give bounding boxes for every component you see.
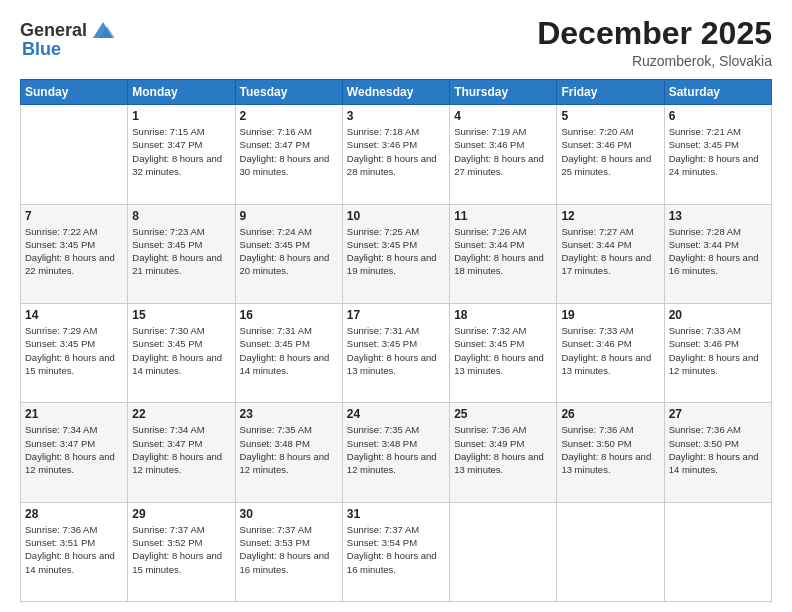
day-detail: Sunrise: 7:37 AM Sunset: 3:54 PM Dayligh… <box>347 523 445 576</box>
day-detail: Sunrise: 7:30 AM Sunset: 3:45 PM Dayligh… <box>132 324 230 377</box>
day-number: 21 <box>25 407 123 421</box>
day-number: 10 <box>347 209 445 223</box>
table-row <box>450 502 557 601</box>
table-row <box>21 105 128 204</box>
table-row <box>664 502 771 601</box>
table-row: 4Sunrise: 7:19 AM Sunset: 3:46 PM Daylig… <box>450 105 557 204</box>
table-row: 17Sunrise: 7:31 AM Sunset: 3:45 PM Dayli… <box>342 303 449 402</box>
day-number: 15 <box>132 308 230 322</box>
day-number: 22 <box>132 407 230 421</box>
day-detail: Sunrise: 7:35 AM Sunset: 3:48 PM Dayligh… <box>347 423 445 476</box>
calendar-week-4: 21Sunrise: 7:34 AM Sunset: 3:47 PM Dayli… <box>21 403 772 502</box>
location: Ruzomberok, Slovakia <box>537 53 772 69</box>
day-number: 13 <box>669 209 767 223</box>
day-detail: Sunrise: 7:23 AM Sunset: 3:45 PM Dayligh… <box>132 225 230 278</box>
header: General Blue December 2025 Ruzomberok, S… <box>20 16 772 69</box>
table-row: 8Sunrise: 7:23 AM Sunset: 3:45 PM Daylig… <box>128 204 235 303</box>
day-number: 16 <box>240 308 338 322</box>
day-detail: Sunrise: 7:31 AM Sunset: 3:45 PM Dayligh… <box>347 324 445 377</box>
table-row: 3Sunrise: 7:18 AM Sunset: 3:46 PM Daylig… <box>342 105 449 204</box>
day-number: 14 <box>25 308 123 322</box>
day-number: 6 <box>669 109 767 123</box>
table-row: 28Sunrise: 7:36 AM Sunset: 3:51 PM Dayli… <box>21 502 128 601</box>
day-number: 1 <box>132 109 230 123</box>
day-number: 20 <box>669 308 767 322</box>
logo-blue: Blue <box>22 40 61 58</box>
day-number: 12 <box>561 209 659 223</box>
table-row: 5Sunrise: 7:20 AM Sunset: 3:46 PM Daylig… <box>557 105 664 204</box>
day-detail: Sunrise: 7:28 AM Sunset: 3:44 PM Dayligh… <box>669 225 767 278</box>
table-row: 14Sunrise: 7:29 AM Sunset: 3:45 PM Dayli… <box>21 303 128 402</box>
calendar-week-3: 14Sunrise: 7:29 AM Sunset: 3:45 PM Dayli… <box>21 303 772 402</box>
logo-icon <box>89 16 117 44</box>
day-detail: Sunrise: 7:34 AM Sunset: 3:47 PM Dayligh… <box>25 423 123 476</box>
day-number: 11 <box>454 209 552 223</box>
calendar-table: Sunday Monday Tuesday Wednesday Thursday… <box>20 79 772 602</box>
table-row: 19Sunrise: 7:33 AM Sunset: 3:46 PM Dayli… <box>557 303 664 402</box>
day-detail: Sunrise: 7:37 AM Sunset: 3:53 PM Dayligh… <box>240 523 338 576</box>
day-detail: Sunrise: 7:20 AM Sunset: 3:46 PM Dayligh… <box>561 125 659 178</box>
day-detail: Sunrise: 7:19 AM Sunset: 3:46 PM Dayligh… <box>454 125 552 178</box>
table-row: 6Sunrise: 7:21 AM Sunset: 3:45 PM Daylig… <box>664 105 771 204</box>
day-detail: Sunrise: 7:21 AM Sunset: 3:45 PM Dayligh… <box>669 125 767 178</box>
day-detail: Sunrise: 7:27 AM Sunset: 3:44 PM Dayligh… <box>561 225 659 278</box>
day-number: 24 <box>347 407 445 421</box>
day-detail: Sunrise: 7:35 AM Sunset: 3:48 PM Dayligh… <box>240 423 338 476</box>
col-thursday: Thursday <box>450 80 557 105</box>
day-detail: Sunrise: 7:36 AM Sunset: 3:49 PM Dayligh… <box>454 423 552 476</box>
day-number: 7 <box>25 209 123 223</box>
day-number: 23 <box>240 407 338 421</box>
table-row: 10Sunrise: 7:25 AM Sunset: 3:45 PM Dayli… <box>342 204 449 303</box>
calendar-header-row: Sunday Monday Tuesday Wednesday Thursday… <box>21 80 772 105</box>
day-detail: Sunrise: 7:36 AM Sunset: 3:50 PM Dayligh… <box>561 423 659 476</box>
calendar-week-2: 7Sunrise: 7:22 AM Sunset: 3:45 PM Daylig… <box>21 204 772 303</box>
table-row: 25Sunrise: 7:36 AM Sunset: 3:49 PM Dayli… <box>450 403 557 502</box>
logo: General Blue <box>20 16 117 58</box>
table-row: 31Sunrise: 7:37 AM Sunset: 3:54 PM Dayli… <box>342 502 449 601</box>
day-detail: Sunrise: 7:25 AM Sunset: 3:45 PM Dayligh… <box>347 225 445 278</box>
day-detail: Sunrise: 7:18 AM Sunset: 3:46 PM Dayligh… <box>347 125 445 178</box>
table-row: 13Sunrise: 7:28 AM Sunset: 3:44 PM Dayli… <box>664 204 771 303</box>
table-row: 22Sunrise: 7:34 AM Sunset: 3:47 PM Dayli… <box>128 403 235 502</box>
day-number: 2 <box>240 109 338 123</box>
day-number: 8 <box>132 209 230 223</box>
day-detail: Sunrise: 7:24 AM Sunset: 3:45 PM Dayligh… <box>240 225 338 278</box>
table-row <box>557 502 664 601</box>
table-row: 2Sunrise: 7:16 AM Sunset: 3:47 PM Daylig… <box>235 105 342 204</box>
col-monday: Monday <box>128 80 235 105</box>
day-detail: Sunrise: 7:31 AM Sunset: 3:45 PM Dayligh… <box>240 324 338 377</box>
calendar-week-5: 28Sunrise: 7:36 AM Sunset: 3:51 PM Dayli… <box>21 502 772 601</box>
title-block: December 2025 Ruzomberok, Slovakia <box>537 16 772 69</box>
day-detail: Sunrise: 7:33 AM Sunset: 3:46 PM Dayligh… <box>669 324 767 377</box>
table-row: 24Sunrise: 7:35 AM Sunset: 3:48 PM Dayli… <box>342 403 449 502</box>
day-detail: Sunrise: 7:32 AM Sunset: 3:45 PM Dayligh… <box>454 324 552 377</box>
day-detail: Sunrise: 7:29 AM Sunset: 3:45 PM Dayligh… <box>25 324 123 377</box>
day-number: 29 <box>132 507 230 521</box>
table-row: 27Sunrise: 7:36 AM Sunset: 3:50 PM Dayli… <box>664 403 771 502</box>
day-number: 28 <box>25 507 123 521</box>
table-row: 18Sunrise: 7:32 AM Sunset: 3:45 PM Dayli… <box>450 303 557 402</box>
table-row: 30Sunrise: 7:37 AM Sunset: 3:53 PM Dayli… <box>235 502 342 601</box>
table-row: 7Sunrise: 7:22 AM Sunset: 3:45 PM Daylig… <box>21 204 128 303</box>
table-row: 1Sunrise: 7:15 AM Sunset: 3:47 PM Daylig… <box>128 105 235 204</box>
month-year: December 2025 <box>537 16 772 51</box>
col-wednesday: Wednesday <box>342 80 449 105</box>
day-detail: Sunrise: 7:16 AM Sunset: 3:47 PM Dayligh… <box>240 125 338 178</box>
col-saturday: Saturday <box>664 80 771 105</box>
day-detail: Sunrise: 7:34 AM Sunset: 3:47 PM Dayligh… <box>132 423 230 476</box>
table-row: 21Sunrise: 7:34 AM Sunset: 3:47 PM Dayli… <box>21 403 128 502</box>
day-number: 25 <box>454 407 552 421</box>
day-number: 26 <box>561 407 659 421</box>
day-number: 5 <box>561 109 659 123</box>
day-number: 3 <box>347 109 445 123</box>
page: General Blue December 2025 Ruzomberok, S… <box>0 0 792 612</box>
table-row: 26Sunrise: 7:36 AM Sunset: 3:50 PM Dayli… <box>557 403 664 502</box>
col-tuesday: Tuesday <box>235 80 342 105</box>
day-detail: Sunrise: 7:33 AM Sunset: 3:46 PM Dayligh… <box>561 324 659 377</box>
day-detail: Sunrise: 7:36 AM Sunset: 3:50 PM Dayligh… <box>669 423 767 476</box>
day-detail: Sunrise: 7:26 AM Sunset: 3:44 PM Dayligh… <box>454 225 552 278</box>
day-number: 19 <box>561 308 659 322</box>
table-row: 15Sunrise: 7:30 AM Sunset: 3:45 PM Dayli… <box>128 303 235 402</box>
table-row: 20Sunrise: 7:33 AM Sunset: 3:46 PM Dayli… <box>664 303 771 402</box>
table-row: 23Sunrise: 7:35 AM Sunset: 3:48 PM Dayli… <box>235 403 342 502</box>
